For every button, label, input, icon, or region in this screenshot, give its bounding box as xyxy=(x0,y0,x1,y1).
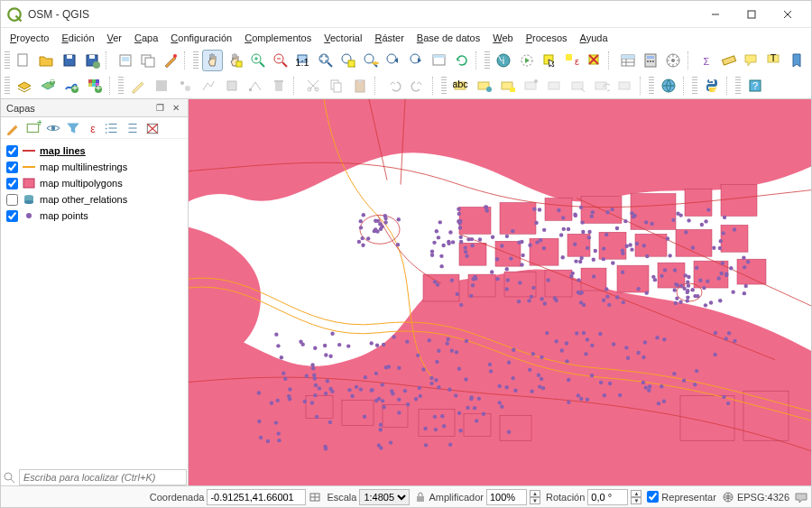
menu-er[interactable]: Ver xyxy=(102,31,128,45)
node-tool-button[interactable] xyxy=(245,75,266,97)
layer-row[interactable]: map multilinestrings xyxy=(3,159,186,175)
label-move-button[interactable] xyxy=(567,75,589,97)
rotation-spinner[interactable]: ▲▼ xyxy=(631,490,641,504)
save-edits-button[interactable] xyxy=(151,75,172,97)
menu-omplementos[interactable]: Complementos xyxy=(239,31,317,45)
toolbar-grip[interactable] xyxy=(735,77,741,95)
label-rule-button[interactable] xyxy=(474,75,495,97)
new-geopackage-button[interactable]: + xyxy=(37,75,59,97)
menu-áster[interactable]: Ráster xyxy=(369,31,409,45)
add-vector-button[interactable]: + xyxy=(60,75,82,97)
pan-selection-button[interactable] xyxy=(225,50,245,71)
layout-manager-button[interactable] xyxy=(137,50,158,71)
magnifier-spinner[interactable]: ▲▼ xyxy=(530,490,540,504)
messages-button[interactable] xyxy=(795,491,807,503)
add-poly-button[interactable] xyxy=(221,75,243,97)
new-project-button[interactable] xyxy=(14,50,34,71)
toolbar-grip[interactable] xyxy=(441,77,447,95)
select-button[interactable] xyxy=(539,50,559,71)
layer-checkbox[interactable] xyxy=(6,210,18,222)
menu-onfiguración[interactable]: Configuración xyxy=(165,31,237,45)
locator-input[interactable] xyxy=(19,469,187,485)
toolbar-grip[interactable] xyxy=(484,51,490,69)
close-panel-icon[interactable]: ✕ xyxy=(170,102,182,115)
render-checkbox[interactable] xyxy=(647,491,659,503)
zoom-full-button[interactable] xyxy=(316,50,337,71)
menu-rocesos[interactable]: Procesos xyxy=(521,31,573,45)
layers-tree[interactable]: map linesmap multilinestringsmap multipo… xyxy=(1,139,188,469)
save-as-button[interactable] xyxy=(81,50,102,71)
toolbox-button[interactable] xyxy=(663,50,684,71)
filter-legend-button[interactable] xyxy=(64,119,82,137)
remove-layer-button[interactable] xyxy=(143,119,161,137)
extents-toggle-icon[interactable] xyxy=(309,491,321,503)
field-calc-button[interactable] xyxy=(640,50,660,71)
layer-checkbox[interactable] xyxy=(6,194,18,206)
label-rotate-button[interactable] xyxy=(591,75,613,97)
save-project-button[interactable] xyxy=(59,50,79,71)
map-tips-button[interactable] xyxy=(742,50,762,71)
paste-button[interactable] xyxy=(349,75,371,97)
redo-button[interactable] xyxy=(407,75,429,97)
bookmark-button[interactable] xyxy=(787,50,807,71)
action-button[interactable] xyxy=(516,50,537,71)
layer-row[interactable]: map multipolygons xyxy=(3,175,186,191)
add-line-button[interactable] xyxy=(198,75,219,97)
menu-ase de datos[interactable]: Base de datos xyxy=(411,31,485,45)
zoom-selection-button[interactable] xyxy=(338,50,359,71)
identify-button[interactable]: i xyxy=(494,50,514,71)
toolbar-grip[interactable] xyxy=(193,51,198,69)
pan-button[interactable] xyxy=(202,50,223,71)
delete-feature-button[interactable] xyxy=(268,75,290,97)
menu-dición[interactable]: Edición xyxy=(56,31,99,45)
zoom-native-button[interactable]: 1:1 xyxy=(292,50,313,71)
edit-pencil-button[interactable] xyxy=(127,75,149,97)
style-manager-button[interactable] xyxy=(160,50,180,71)
crs-button[interactable]: EPSG:4326 xyxy=(722,491,789,503)
annotation-button[interactable]: T xyxy=(764,50,785,71)
zoom-next-button[interactable] xyxy=(406,50,427,71)
label-pin-button[interactable] xyxy=(521,75,542,97)
menu-apa[interactable]: Capa xyxy=(129,31,163,45)
minimize-button[interactable] xyxy=(697,2,734,27)
menu-yuda[interactable]: Ayuda xyxy=(575,31,614,45)
layer-checkbox[interactable] xyxy=(6,145,18,157)
style-dock-button[interactable] xyxy=(5,119,23,137)
zoom-last-button[interactable] xyxy=(383,50,404,71)
stats-button[interactable]: Σ xyxy=(696,50,716,71)
add-raster-button[interactable]: + xyxy=(84,75,106,97)
toolbar-grip[interactable] xyxy=(692,77,697,95)
help-button[interactable]: ? xyxy=(744,75,766,97)
print-layout-button[interactable] xyxy=(115,50,135,71)
toolbar-grip[interactable] xyxy=(5,51,10,69)
expand-all-button[interactable] xyxy=(104,119,122,137)
zoom-in-button[interactable] xyxy=(247,50,268,71)
menu-eb[interactable]: Web xyxy=(487,31,518,45)
add-point-button[interactable] xyxy=(174,75,196,97)
map-canvas[interactable] xyxy=(189,99,811,485)
new-map-view-button[interactable] xyxy=(429,50,449,71)
toolbar-grip[interactable] xyxy=(118,77,124,95)
layer-row[interactable]: map lines xyxy=(3,143,186,159)
menu-ectorial[interactable]: Vectorial xyxy=(318,31,367,45)
toolbar-grip[interactable] xyxy=(5,77,10,95)
visibility-button[interactable] xyxy=(44,119,62,137)
collapse-all-button[interactable] xyxy=(124,119,142,137)
python-console-button[interactable] xyxy=(701,75,723,97)
label-highlight-button[interactable] xyxy=(497,75,519,97)
metasearch-button[interactable] xyxy=(658,75,679,97)
expression-filter-button[interactable]: ε xyxy=(84,119,102,137)
toolbar-grip[interactable] xyxy=(649,77,654,95)
copy-button[interactable] xyxy=(326,75,347,97)
select-value-button[interactable]: ε xyxy=(561,50,582,71)
data-source-button[interactable] xyxy=(14,75,35,97)
undock-icon[interactable]: ❐ xyxy=(153,102,166,115)
layer-row[interactable]: map other_relations xyxy=(3,191,186,208)
scale-select[interactable]: 1:4805 xyxy=(359,489,410,505)
close-button[interactable] xyxy=(770,2,806,27)
add-group-button[interactable]: + xyxy=(24,119,42,137)
rotation-input[interactable] xyxy=(587,489,628,505)
label-show-button[interactable] xyxy=(544,75,566,97)
attribute-table-button[interactable] xyxy=(617,50,638,71)
magnifier-input[interactable] xyxy=(486,489,527,505)
